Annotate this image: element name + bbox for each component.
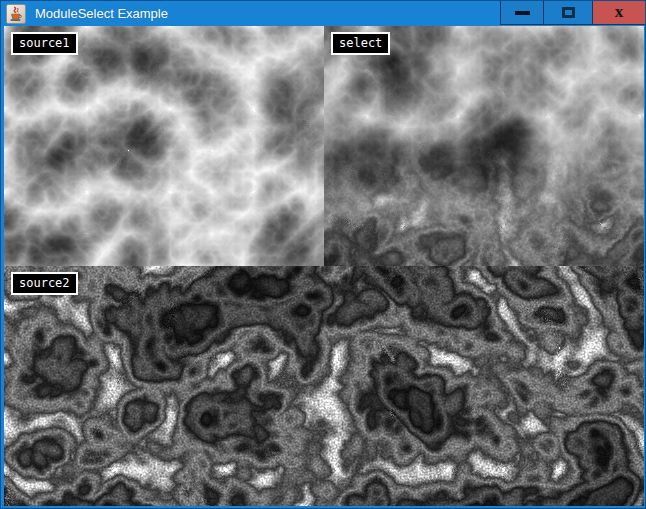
close-icon: x [615,3,624,20]
close-button[interactable]: x [593,1,645,25]
source2-image [4,266,644,506]
window-controls: x [500,1,645,25]
java-coffee-cup-glyph [8,6,24,22]
select-label: select [331,32,390,55]
source2-label: source2 [11,272,78,295]
noise-render [4,26,644,506]
java-coffee-cup-icon[interactable] [6,4,26,24]
source1-image [4,26,324,266]
app-window: ModuleSelect Example x [0,0,646,509]
minimize-icon [515,11,530,15]
source1-label: source1 [11,32,78,55]
maximize-icon [562,7,575,18]
select-image [324,26,644,266]
render-canvas: source1 select source2 [4,26,644,506]
minimize-button[interactable] [500,1,544,25]
maximize-button[interactable] [544,1,593,25]
window-title: ModuleSelect Example [35,6,168,21]
titlebar[interactable]: ModuleSelect Example x [1,1,645,26]
